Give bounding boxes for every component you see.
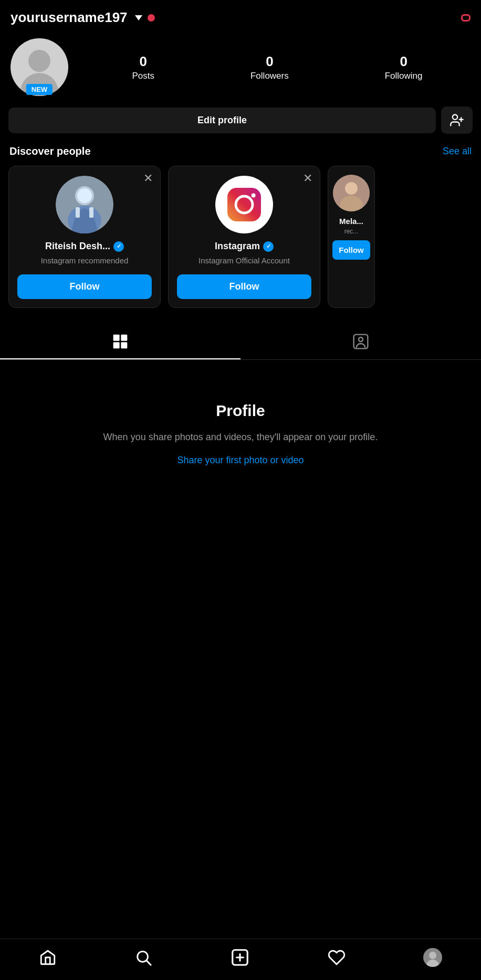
following-count: 0: [400, 54, 407, 70]
card-name-1: Riteish Desh...: [45, 241, 124, 252]
profile-section: NEW 0 Posts 0 Followers 0 Following: [0, 33, 481, 106]
profile-empty: Profile When you share photos and videos…: [0, 360, 481, 482]
instagram-logo-icon: [223, 184, 265, 226]
nav-avatar-body: [426, 960, 439, 967]
card-avatar-2: [215, 176, 273, 233]
follow-button-2[interactable]: Follow: [177, 274, 311, 299]
card-close-1[interactable]: ✕: [143, 173, 153, 184]
svg-rect-24: [113, 342, 120, 348]
header-left: yourusername197: [11, 9, 155, 26]
header: yourusername197: [0, 0, 481, 33]
share-first-photo-link[interactable]: Share your first photo or video: [177, 455, 304, 466]
buttons-row: Edit profile: [0, 106, 481, 145]
avatar-head: [28, 50, 50, 72]
nav-avatar-head: [429, 952, 436, 959]
svg-rect-13: [76, 207, 80, 218]
activity-nav-button[interactable]: [328, 949, 346, 966]
follow-button-3[interactable]: Follow: [332, 240, 370, 260]
svg-point-18: [252, 193, 256, 197]
discover-header: Discover people See all: [0, 145, 481, 166]
discover-cards: ✕ Riteish Desh... Instagram recommended …: [0, 166, 481, 324]
card-close-2[interactable]: ✕: [303, 173, 312, 184]
add-person-button[interactable]: [441, 106, 473, 134]
notification-dot: [148, 14, 155, 22]
grid-icon: [112, 333, 129, 350]
discover-title: Discover people: [9, 145, 91, 157]
chevron-down-icon[interactable]: [135, 15, 142, 20]
home-icon: [39, 949, 57, 966]
add-square-icon: [230, 947, 250, 967]
partial-avatar-icon: [333, 175, 370, 211]
see-all-button[interactable]: See all: [443, 146, 472, 157]
svg-point-12: [77, 188, 92, 203]
new-badge: NEW: [26, 84, 53, 95]
person-avatar-icon: [56, 176, 113, 233]
svg-point-27: [359, 337, 363, 342]
tab-tagged[interactable]: [240, 324, 481, 359]
posts-stat[interactable]: 0 Posts: [132, 54, 154, 81]
add-person-icon: [449, 113, 464, 127]
svg-line-29: [147, 961, 151, 965]
svg-rect-14: [89, 207, 93, 218]
stats-row: 0 Posts 0 Followers 0 Following: [84, 54, 470, 81]
svg-rect-25: [121, 342, 127, 348]
card-avatar-1: [56, 176, 113, 233]
discover-card-3-partial: Mela... rec... Follow: [328, 166, 375, 308]
verified-badge-1: [113, 241, 124, 252]
posts-label: Posts: [132, 71, 154, 81]
discover-card-2: ✕ Instagram: [168, 166, 320, 308]
bottom-nav: [0, 939, 481, 980]
card-subtitle-3: rec...: [344, 228, 359, 235]
followers-count: 0: [266, 54, 273, 70]
profile-nav-button[interactable]: [423, 948, 442, 967]
add-nav-button[interactable]: [230, 947, 250, 967]
following-label: Following: [385, 71, 423, 81]
svg-rect-22: [113, 335, 120, 341]
home-nav-button[interactable]: [39, 949, 57, 966]
avatar-container: NEW: [11, 38, 68, 96]
tag-person-icon: [352, 333, 369, 350]
following-stat[interactable]: 0 Following: [385, 54, 423, 81]
username-text[interactable]: yourusername197: [11, 9, 128, 26]
search-icon: [134, 949, 152, 966]
edit-profile-button[interactable]: Edit profile: [8, 108, 436, 133]
header-icons: [454, 14, 470, 22]
card-subtitle-1: Instagram recommended: [41, 255, 129, 266]
svg-rect-23: [121, 335, 127, 341]
followers-label: Followers: [250, 71, 289, 81]
svg-rect-15: [227, 188, 261, 221]
nav-profile-avatar: [423, 948, 442, 967]
tab-grid[interactable]: [0, 324, 240, 359]
heart-icon: [328, 949, 346, 966]
card-name-3: Mela...: [339, 217, 363, 226]
profile-empty-title: Profile: [216, 402, 265, 420]
posts-count: 0: [140, 54, 147, 70]
menu-button[interactable]: [461, 14, 470, 22]
card-subtitle-2: Instagram Official Account: [198, 255, 290, 266]
tabs-row: [0, 324, 481, 360]
svg-point-20: [345, 182, 358, 195]
profile-empty-desc: When you share photos and videos, they'l…: [103, 430, 378, 444]
search-nav-button[interactable]: [134, 949, 152, 966]
discover-card-1: ✕ Riteish Desh... Instagram recommended …: [8, 166, 161, 308]
card-name-2: Instagram: [215, 241, 274, 252]
followers-stat[interactable]: 0 Followers: [250, 54, 289, 81]
verified-badge-2: [263, 241, 274, 252]
follow-button-1[interactable]: Follow: [17, 274, 152, 299]
svg-point-6: [453, 115, 457, 120]
